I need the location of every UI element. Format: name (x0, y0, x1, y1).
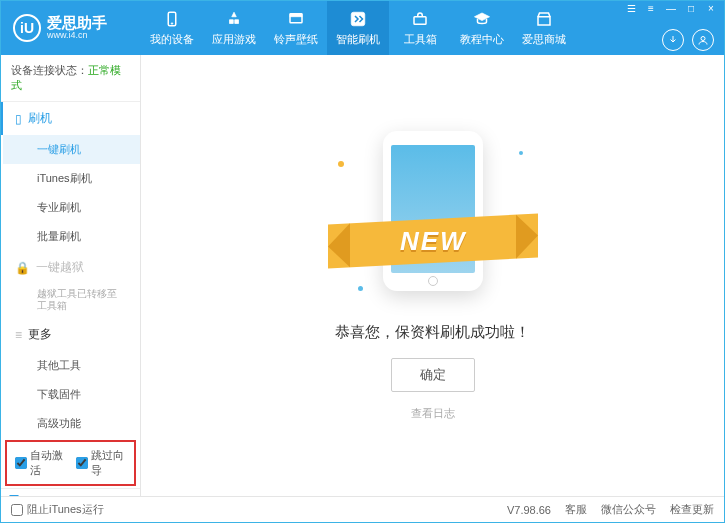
svg-rect-6 (538, 16, 550, 24)
download-button[interactable] (662, 29, 684, 51)
tab-toolbox[interactable]: 工具箱 (389, 1, 451, 55)
tab-label: 智能刷机 (336, 32, 380, 47)
tab-label: 我的设备 (150, 32, 194, 47)
main-content: NEW 恭喜您，保资料刷机成功啦！ 确定 查看日志 (141, 55, 724, 496)
svg-rect-3 (290, 13, 302, 16)
tab-ringtones-wallpapers[interactable]: 铃声壁纸 (265, 1, 327, 55)
statusbar: 阻止iTunes运行 V7.98.66 客服 微信公众号 检查更新 (1, 496, 724, 522)
success-illustration: NEW (328, 131, 538, 301)
logo-icon: iU (13, 14, 41, 42)
list-icon[interactable]: ≡ (644, 3, 658, 14)
menu-icon[interactable]: ☰ (624, 3, 638, 14)
tab-label: 工具箱 (404, 32, 437, 47)
tab-my-device[interactable]: 我的设备 (141, 1, 203, 55)
toolbox-icon (411, 10, 429, 28)
tab-label: 爱思商城 (522, 32, 566, 47)
svg-point-7 (701, 37, 705, 41)
sidebar-item-batch-flash[interactable]: 批量刷机 (3, 222, 140, 251)
sidebar-group-more[interactable]: ≡ 更多 (3, 318, 140, 351)
tab-tutorial-center[interactable]: 教程中心 (451, 1, 513, 55)
checkbox-label: 阻止iTunes运行 (27, 502, 104, 517)
app-title: 爱思助手 (47, 15, 107, 32)
phone-icon (383, 131, 483, 291)
svg-rect-5 (414, 16, 426, 24)
checkbox-block-itunes[interactable]: 阻止iTunes运行 (11, 502, 104, 517)
close-button[interactable]: × (704, 3, 718, 14)
sidebar-group-label: 一键越狱 (36, 259, 84, 276)
sidebar-item-download-firmware[interactable]: 下载固件 (3, 380, 140, 409)
sidebar-item-pro-flash[interactable]: 专业刷机 (3, 193, 140, 222)
sidebar-item-itunes-flash[interactable]: iTunes刷机 (3, 164, 140, 193)
lock-icon: 🔒 (15, 261, 30, 275)
titlebar: iU 爱思助手 www.i4.cn 我的设备 应用游戏 铃声壁纸 智能刷机 (1, 1, 724, 55)
flash-icon (349, 10, 367, 28)
store-icon (535, 10, 553, 28)
media-icon (287, 10, 305, 28)
success-message: 恭喜您，保资料刷机成功啦！ (335, 323, 530, 342)
check-update-link[interactable]: 检查更新 (670, 502, 714, 517)
view-log-link[interactable]: 查看日志 (411, 406, 455, 421)
checkbox-auto-activate[interactable]: 自动激活 (15, 448, 66, 478)
status-label: 设备连接状态： (11, 64, 88, 76)
logo: iU 爱思助手 www.i4.cn (1, 14, 141, 42)
apps-icon (225, 10, 243, 28)
customer-service-link[interactable]: 客服 (565, 502, 587, 517)
app-url: www.i4.cn (47, 31, 107, 41)
phone-icon: ▯ (15, 112, 22, 126)
checkbox-label: 跳过向导 (91, 448, 127, 478)
sidebar-item-advanced[interactable]: 高级功能 (3, 409, 140, 438)
wechat-link[interactable]: 微信公众号 (601, 502, 656, 517)
sidebar-item-other-tools[interactable]: 其他工具 (3, 351, 140, 380)
sidebar-group-jailbreak: 🔒 一键越狱 (3, 251, 140, 284)
tab-smart-flash[interactable]: 智能刷机 (327, 1, 389, 55)
jailbreak-moved-note: 越狱工具已转移至 工具箱 (3, 284, 140, 318)
device-icon (163, 10, 181, 28)
minimize-button[interactable]: — (664, 3, 678, 14)
more-icon: ≡ (15, 328, 22, 342)
sidebar-group-label: 刷机 (28, 110, 52, 127)
sidebar-group-flash[interactable]: ▯ 刷机 (1, 102, 140, 135)
checkbox-skip-setup[interactable]: 跳过向导 (76, 448, 127, 478)
app-window: iU 爱思助手 www.i4.cn 我的设备 应用游戏 铃声壁纸 智能刷机 (0, 0, 725, 523)
user-button[interactable] (692, 29, 714, 51)
connected-device[interactable]: iPhone 12 mini 64GB Down-12mini-13,1 (1, 488, 140, 496)
sidebar: 设备连接状态：正常模式 ▯ 刷机 一键刷机 iTunes刷机 专业刷机 批量刷机… (1, 55, 141, 496)
window-controls: ☰ ≡ — □ × (624, 3, 718, 14)
confirm-button[interactable]: 确定 (391, 358, 475, 392)
tab-label: 铃声壁纸 (274, 32, 318, 47)
tab-apps-games[interactable]: 应用游戏 (203, 1, 265, 55)
tab-label: 教程中心 (460, 32, 504, 47)
checkbox-label: 自动激活 (30, 448, 66, 478)
tutorial-icon (473, 10, 491, 28)
sidebar-group-label: 更多 (28, 326, 52, 343)
sidebar-item-oneclick-flash[interactable]: 一键刷机 (3, 135, 140, 164)
tab-store[interactable]: 爱思商城 (513, 1, 575, 55)
tab-label: 应用游戏 (212, 32, 256, 47)
svg-point-1 (171, 22, 173, 24)
new-ribbon: NEW (328, 213, 538, 268)
version-label: V7.98.66 (507, 504, 551, 516)
options-highlight-box: 自动激活 跳过向导 (5, 440, 136, 486)
ribbon-text: NEW (399, 225, 466, 256)
maximize-button[interactable]: □ (684, 3, 698, 14)
connection-status: 设备连接状态：正常模式 (1, 55, 140, 102)
